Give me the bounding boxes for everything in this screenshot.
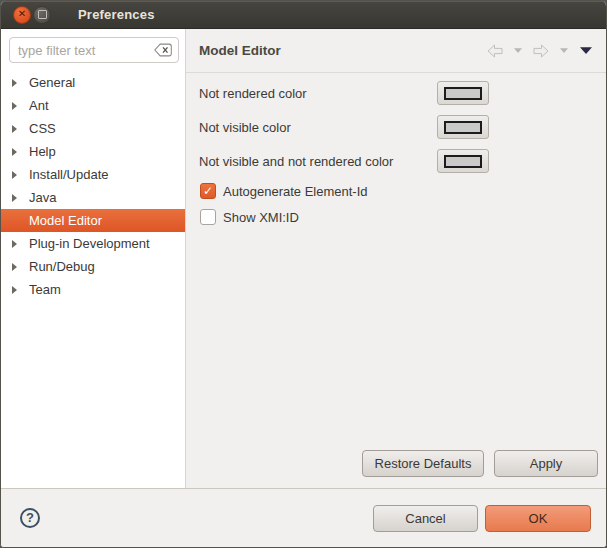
sidebar-item-label: Ant (21, 98, 49, 113)
color-swatch (444, 155, 482, 168)
footer-actions: Cancel OK (373, 505, 591, 532)
chevron-down-icon (559, 47, 569, 54)
sidebar-item-ant[interactable]: Ant (1, 94, 185, 117)
main-area: General Ant CSS Help Install/Update (1, 29, 606, 488)
sidebar-item-css[interactable]: CSS (1, 117, 185, 140)
chevron-right-icon[interactable] (7, 145, 21, 159)
dialog-footer: Cancel OK (1, 488, 606, 547)
sidebar-item-java[interactable]: Java (1, 186, 185, 209)
sidebar-item-model-editor[interactable]: Model Editor (1, 209, 185, 232)
sidebar-item-label: General (21, 75, 75, 90)
setting-row-not-visible: Not visible color (199, 110, 606, 144)
forward-history-dropdown[interactable] (559, 47, 569, 54)
checkbox-label: Autogenerate Element-Id (216, 184, 368, 199)
page-title: Model Editor (199, 43, 281, 58)
checkbox-label: Show XMI:ID (216, 210, 299, 225)
not-visible-not-rendered-color-button[interactable] (437, 149, 489, 173)
sidebar-item-label: Install/Update (21, 167, 109, 182)
autogenerate-element-id-row[interactable]: Autogenerate Element-Id (199, 178, 606, 204)
maximize-button[interactable] (33, 6, 51, 24)
preferences-tree: General Ant CSS Help Install/Update (1, 71, 185, 488)
setting-label: Not visible and not rendered color (199, 154, 437, 169)
chevron-right-icon[interactable] (7, 191, 21, 205)
setting-row-not-visible-not-rendered: Not visible and not rendered color (199, 144, 606, 178)
window-title: Preferences (78, 7, 155, 22)
sidebar-item-plugin-development[interactable]: Plug-in Development (1, 232, 185, 255)
content-panel: Model Editor (186, 29, 606, 488)
sidebar-item-help[interactable]: Help (1, 140, 185, 163)
sidebar: General Ant CSS Help Install/Update (1, 29, 186, 488)
triangle-down-icon (579, 46, 593, 55)
show-xmi-id-row[interactable]: Show XMI:ID (199, 204, 606, 230)
history-navigation (487, 44, 593, 58)
back-history-dropdown[interactable] (513, 47, 523, 54)
sidebar-item-install-update[interactable]: Install/Update (1, 163, 185, 186)
forward-button[interactable] (533, 44, 549, 58)
content-header: Model Editor (186, 29, 606, 73)
setting-label: Not visible color (199, 120, 437, 135)
chevron-right-icon[interactable] (7, 260, 21, 274)
chevron-right-icon[interactable] (7, 76, 21, 90)
sidebar-item-label: Plug-in Development (21, 236, 150, 251)
chevron-down-icon (513, 47, 523, 54)
filter-field (9, 37, 179, 63)
not-rendered-color-button[interactable] (437, 81, 489, 105)
chevron-right-icon[interactable] (7, 168, 21, 182)
autogenerate-element-id-checkbox[interactable] (200, 183, 216, 199)
setting-row-not-rendered: Not rendered color (199, 76, 606, 110)
setting-label: Not rendered color (199, 86, 437, 101)
sidebar-item-label: Java (21, 190, 56, 205)
sidebar-item-label: Help (21, 144, 56, 159)
sidebar-item-label: Run/Debug (21, 259, 95, 274)
color-swatch (444, 87, 482, 100)
restore-defaults-button[interactable]: Restore Defaults (362, 450, 484, 477)
sidebar-item-general[interactable]: General (1, 71, 185, 94)
chevron-right-icon[interactable] (7, 283, 21, 297)
arrow-right-icon (533, 44, 549, 58)
sidebar-item-run-debug[interactable]: Run/Debug (1, 255, 185, 278)
sidebar-item-team[interactable]: Team (1, 278, 185, 301)
apply-button[interactable]: Apply (494, 450, 598, 477)
page-actions: Restore Defaults Apply (186, 450, 606, 488)
chevron-right-icon[interactable] (7, 122, 21, 136)
window-controls (13, 6, 51, 24)
show-xmi-id-checkbox[interactable] (200, 209, 216, 225)
arrow-left-icon (487, 44, 503, 58)
sidebar-item-label: CSS (21, 121, 56, 136)
sidebar-item-label: Team (21, 282, 61, 297)
titlebar[interactable]: Preferences (1, 1, 606, 29)
not-visible-color-button[interactable] (437, 115, 489, 139)
chevron-right-icon[interactable] (7, 237, 21, 251)
close-button[interactable] (13, 6, 31, 24)
settings-form: Not rendered color Not visible color Not… (186, 73, 606, 230)
back-button[interactable] (487, 44, 503, 58)
color-swatch (444, 121, 482, 134)
chevron-right-icon[interactable] (7, 99, 21, 113)
ok-button[interactable]: OK (485, 505, 591, 532)
cancel-button[interactable]: Cancel (373, 505, 478, 532)
clear-filter-icon[interactable] (154, 43, 173, 57)
preferences-window: Preferences General Ant (0, 0, 607, 548)
view-menu-button[interactable] (579, 46, 593, 55)
sidebar-item-label: Model Editor (21, 213, 102, 228)
help-button[interactable] (20, 508, 40, 528)
